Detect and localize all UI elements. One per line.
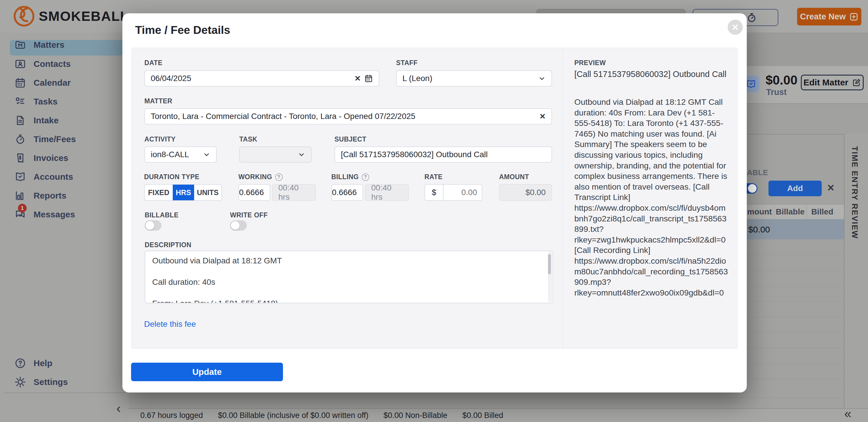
calendar-icon — [14, 77, 26, 89]
chevron-down-icon — [538, 75, 546, 82]
billing-label-text: BILLING — [331, 173, 359, 181]
edit-matter-label: Edit Matter — [804, 78, 848, 87]
column-header-billed[interactable]: Billed — [807, 207, 838, 216]
accounts-icon — [14, 171, 26, 183]
help-icon — [14, 358, 26, 369]
activity-select[interactable]: ion8-CALL — [144, 147, 217, 163]
billable-toggle[interactable] — [145, 220, 161, 231]
add-entry-button[interactable]: Add — [769, 181, 822, 196]
invoices-icon — [14, 152, 26, 164]
sidebar-item-contacts[interactable]: Contacts — [0, 54, 129, 73]
sidebar-item-time-fees[interactable]: Time/Fees — [0, 130, 129, 149]
rate-label: RATE — [425, 173, 443, 181]
sidebar-item-label: Invoices — [34, 153, 68, 163]
write-off-toggle[interactable] — [230, 220, 247, 231]
sidebar-item-label: Tasks — [34, 97, 58, 107]
preview-body: Outbound via Dialpad at 18:12 GMT Call d… — [574, 97, 730, 298]
create-new-label: Create New — [800, 12, 846, 22]
sidebar-item-matters[interactable]: Matters — [0, 35, 129, 54]
matter-input[interactable]: Toronto, Lara - Commercial Contract - To… — [144, 108, 552, 124]
matter-label: MATTER — [144, 97, 173, 105]
sidebar-item-reports[interactable]: Reports — [0, 186, 129, 205]
description-textarea[interactable]: Outbound via Dialpad at 18:12 GMT Call d… — [145, 251, 553, 303]
billing-converted: 00:40 hrs — [365, 184, 409, 201]
working-converted-value: 00:40 hrs — [278, 183, 310, 202]
total-non-billable: $0.00 Non-Billable — [383, 411, 447, 420]
sidebar-item-tasks[interactable]: Tasks — [0, 92, 129, 111]
date-input[interactable]: 06/04/2025 ✕ — [144, 70, 379, 87]
billing-help-icon[interactable]: ? — [362, 173, 369, 181]
edit-pencil-icon — [852, 78, 861, 87]
add-label: Add — [787, 184, 803, 193]
sidebar-collapse-icon[interactable]: ‹ — [113, 402, 124, 415]
billing-input[interactable]: 0.6666 — [331, 184, 363, 201]
panel-collapse-icon[interactable]: « — [844, 406, 851, 421]
messages-unread-badge: 1 — [18, 204, 27, 212]
delete-fee-link[interactable]: Delete this fee — [144, 320, 196, 329]
calendar-picker-icon[interactable] — [364, 74, 373, 83]
billing-label: BILLING ? — [331, 173, 369, 181]
sidebar-item-calendar[interactable]: Calendar — [0, 73, 129, 92]
billing-value: 0.6666 — [332, 188, 357, 197]
trust-amount: $0.00 — [766, 73, 797, 87]
date-value: 06/04/2025 — [151, 74, 350, 83]
billing-converted-value: 00:40 hrs — [371, 183, 402, 202]
remove-entry-icon[interactable]: ✕ — [827, 182, 835, 193]
create-new-button[interactable]: Create New — [797, 8, 861, 26]
duration-option-hrs[interactable]: HRS — [173, 185, 194, 200]
sidebar-item-settings[interactable]: Settings — [0, 372, 129, 391]
edit-matter-button[interactable]: Edit Matter — [801, 75, 864, 90]
close-icon: ✕ — [732, 22, 739, 32]
brand-wordmark: SMOKEBALL — [39, 8, 129, 24]
clear-matter-icon[interactable]: ✕ — [539, 112, 546, 121]
amount-label: AMOUNT — [499, 173, 529, 181]
scrollbar-track[interactable] — [548, 252, 552, 302]
time-entry-review-label: TIME ENTRY REVIEW — [850, 146, 859, 239]
working-help-icon[interactable]: ? — [275, 173, 283, 181]
rate-input[interactable]: $ 0.00 — [425, 184, 482, 201]
modal-close-button[interactable]: ✕ — [728, 20, 743, 35]
totals-status-bar: 0.67 hours logged $0.00 Billable (inclus… — [129, 408, 868, 422]
sidebar-item-help[interactable]: Help — [0, 354, 129, 372]
selected-nav-highlight — [10, 40, 124, 56]
task-select[interactable] — [239, 147, 312, 163]
stopwatch-icon — [746, 12, 757, 23]
row-amount-value: $0.00 — [748, 224, 770, 235]
clear-date-icon[interactable]: ✕ — [354, 74, 361, 83]
rate-value: 0.00 — [443, 188, 482, 197]
sidebar-item-label: Accounts — [34, 172, 73, 182]
subject-label: SUBJECT — [335, 135, 366, 143]
sidebar-item-label: Contacts — [34, 59, 71, 69]
sidebar-item-messages[interactable]: 1 Messages — [0, 205, 129, 224]
sidebar-item-label: Help — [34, 358, 52, 368]
chevron-down-icon — [203, 151, 210, 158]
sidebar-item-intake[interactable]: Intake — [0, 111, 129, 130]
time-fee-details-modal: Time / Fee Details ✕ DATE 06/04/2025 ✕ S… — [122, 13, 747, 392]
sidebar-footer-divider — [3, 392, 125, 393]
sidebar-item-invoices[interactable]: Invoices — [0, 149, 129, 167]
amount-value: $0.00 — [525, 188, 546, 197]
subject-input[interactable]: [Call 5171537958060032] Outbound Call — [335, 147, 552, 163]
update-button[interactable]: Update — [131, 363, 283, 381]
sidebar-item-accounts[interactable]: Accounts — [0, 167, 129, 186]
scrollbar-thumb[interactable] — [548, 254, 551, 274]
modal-title: Time / Fee Details — [135, 24, 230, 36]
trust-label: Trust — [766, 87, 787, 97]
column-header-billable[interactable]: Billable — [774, 207, 806, 216]
row-divider — [129, 398, 844, 398]
staff-select[interactable]: L (Leon) — [396, 70, 552, 87]
description-label: DESCRIPTION — [145, 241, 191, 249]
tasks-icon — [14, 96, 26, 108]
sidebar-item-label: Messages — [34, 210, 75, 219]
update-label: Update — [192, 367, 222, 377]
activity-label: ACTIVITY — [144, 135, 176, 143]
sidebar-item-label: Matters — [34, 40, 64, 50]
task-label: TASK — [239, 135, 257, 143]
intake-icon — [14, 115, 26, 126]
working-label-text: WORKING — [239, 173, 272, 181]
duration-option-units[interactable]: UNITS — [194, 185, 221, 200]
write-off-label: WRITE OFF — [230, 211, 268, 219]
duration-option-fixed[interactable]: FIXED — [145, 185, 173, 200]
working-input[interactable]: 0.6666 — [239, 184, 270, 201]
sidebar-item-label: Intake — [34, 116, 59, 125]
